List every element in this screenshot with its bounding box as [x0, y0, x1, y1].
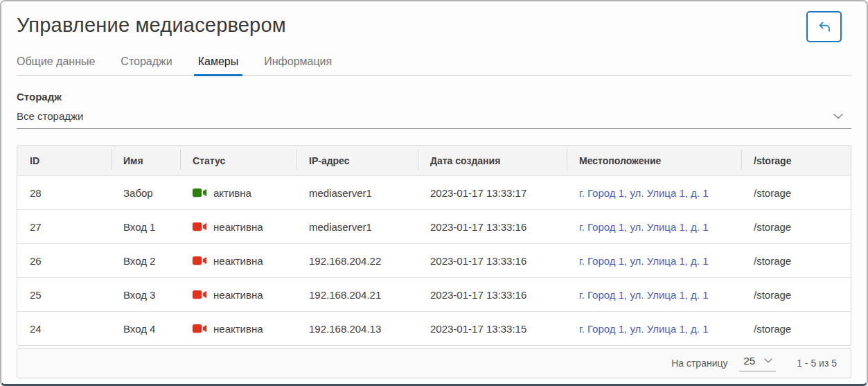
cell-location: г. Город 1, ул. Улица 1, д. 1	[567, 210, 741, 243]
cell-id: 27	[17, 210, 111, 243]
cell-location: г. Город 1, ул. Улица 1, д. 1	[567, 278, 741, 311]
column-header-location: Местоположение	[567, 146, 741, 175]
table-header-row: ID Имя Статус IP-адрес Дата создания Мес…	[17, 146, 851, 175]
cell-ip: mediaserver1	[296, 210, 418, 243]
location-link[interactable]: г. Город 1, ул. Улица 1, д. 1	[579, 255, 709, 267]
cell-storage: /storage	[741, 176, 851, 209]
table-footer: На страницу 25 1 - 5 из 5	[17, 348, 851, 378]
tab-cameras[interactable]: Камеры	[198, 55, 239, 75]
cell-ip: 192.168.204.13	[296, 312, 418, 345]
cell-storage: /storage	[741, 312, 851, 345]
column-header-status: Статус	[180, 146, 296, 175]
column-header-name: Имя	[111, 146, 180, 175]
location-link[interactable]: г. Город 1, ул. Улица 1, д. 1	[579, 221, 709, 233]
storage-filter: Сторадж Все стораджи	[17, 91, 851, 129]
cell-ip: 192.168.204.21	[296, 278, 418, 311]
cell-status: неактивна	[180, 312, 296, 345]
table-row: 27 Вход 1 неактивна mediaserver1 2023-01…	[17, 209, 851, 243]
cell-status: неактивна	[180, 210, 296, 243]
pagination-range: 1 - 5 из 5	[797, 358, 837, 369]
cell-name: Забор	[111, 176, 180, 209]
table-row: 28 Забор активна mediaserver1 2023-01-17…	[17, 175, 851, 209]
status-label: неактивна	[213, 323, 263, 335]
cell-created: 2023-01-17 13:33:16	[418, 210, 567, 243]
location-link[interactable]: г. Город 1, ул. Улица 1, д. 1	[579, 289, 709, 301]
storage-filter-label: Сторадж	[17, 91, 851, 103]
back-button[interactable]	[806, 11, 842, 42]
table-row: 25 Вход 3 неактивна 192.168.204.21 2023-…	[17, 277, 851, 311]
cameras-table: ID Имя Статус IP-адрес Дата создания Мес…	[17, 145, 851, 346]
tab-general-data[interactable]: Общие данные	[17, 55, 95, 75]
cell-id: 25	[17, 278, 111, 311]
chevron-down-icon	[833, 114, 843, 119]
cell-ip: mediaserver1	[296, 176, 418, 209]
cell-ip: 192.168.204.22	[296, 244, 418, 277]
video-camera-icon	[193, 222, 207, 231]
cell-location: г. Город 1, ул. Улица 1, д. 1	[567, 176, 741, 209]
status-label: неактивна	[213, 289, 263, 301]
table-row: 26 Вход 2 неактивна 192.168.204.22 2023-…	[17, 243, 851, 277]
cell-name: Вход 4	[111, 312, 180, 345]
video-camera-icon	[193, 256, 207, 265]
table-row: 24 Вход 4 неактивна 192.168.204.13 2023-…	[17, 311, 851, 345]
page-title: Управление медиасервером	[17, 14, 851, 37]
cell-location: г. Город 1, ул. Улица 1, д. 1	[567, 244, 741, 277]
tab-bar: Общие данные Стораджи Камеры Информация	[17, 55, 851, 76]
undo-arrow-icon	[817, 19, 832, 35]
video-camera-icon	[193, 324, 207, 333]
cell-id: 26	[17, 244, 111, 277]
per-page-value: 25	[743, 355, 755, 367]
cell-storage: /storage	[741, 278, 851, 311]
status-label: неактивна	[213, 221, 263, 233]
table-body: 28 Забор активна mediaserver1 2023-01-17…	[17, 175, 851, 345]
tab-information[interactable]: Информация	[264, 55, 332, 75]
column-header-id: ID	[17, 146, 111, 175]
cell-name: Вход 1	[111, 210, 180, 243]
column-header-ip: IP-адрес	[296, 146, 418, 175]
cell-id: 24	[17, 312, 111, 345]
column-header-storage: /storage	[741, 146, 851, 175]
cell-storage: /storage	[741, 244, 851, 277]
cell-id: 28	[17, 176, 111, 209]
cell-status: неактивна	[180, 278, 296, 311]
cell-name: Вход 2	[111, 244, 180, 277]
cell-status: активна	[180, 176, 296, 209]
cell-created: 2023-01-17 13:33:16	[418, 278, 567, 311]
location-link[interactable]: г. Город 1, ул. Улица 1, д. 1	[579, 323, 709, 335]
app-window: Управление медиасервером Общие данные Ст…	[0, 0, 868, 386]
cell-name: Вход 3	[111, 278, 180, 311]
per-page-select[interactable]: 25	[739, 355, 776, 371]
cell-location: г. Город 1, ул. Улица 1, д. 1	[567, 312, 741, 345]
cell-storage: /storage	[741, 210, 851, 243]
status-label: неактивна	[213, 255, 263, 267]
location-link[interactable]: г. Город 1, ул. Улица 1, д. 1	[579, 187, 709, 199]
column-header-created: Дата создания	[418, 146, 567, 175]
tab-storages[interactable]: Стораджи	[121, 55, 172, 75]
storage-filter-value: Все стораджи	[17, 110, 83, 122]
storage-filter-select[interactable]: Все стораджи	[17, 110, 851, 129]
chevron-down-icon	[764, 358, 772, 363]
cell-status: неактивна	[180, 244, 296, 277]
video-camera-icon	[193, 290, 207, 299]
video-camera-icon	[193, 188, 207, 198]
cell-created: 2023-01-17 13:33:17	[418, 176, 567, 209]
cell-created: 2023-01-17 13:33:16	[418, 244, 567, 277]
per-page-label: На страницу	[671, 358, 727, 369]
cell-created: 2023-01-17 13:33:15	[418, 312, 567, 345]
status-label: активна	[213, 187, 251, 199]
